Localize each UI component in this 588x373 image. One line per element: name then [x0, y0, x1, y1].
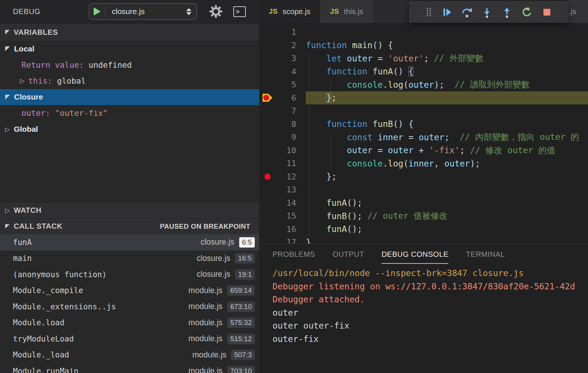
callstack-frame-row[interactable]: Module.loadmodule.js575:32 [0, 315, 259, 331]
toolbar-drag-handle[interactable] [421, 2, 437, 22]
callstack-section-header[interactable]: CALL STACK PAUSED ON BREAKPOINT [0, 218, 259, 235]
line-content[interactable]: console.log(outer); // 讀取到外部變數 [306, 78, 588, 91]
line-content[interactable]: funA(); [306, 223, 588, 236]
code-token: . [383, 159, 388, 168]
breakpoint-gutter[interactable] [259, 104, 275, 118]
breakpoint-gutter[interactable] [259, 144, 275, 157]
line-number: 10 [275, 146, 296, 155]
scope-row-local[interactable]: Local [0, 41, 259, 57]
line-content[interactable]: console.log(inner, outer); [306, 157, 588, 170]
step-over-button[interactable] [457, 2, 477, 22]
line-content[interactable]: funB(); // outer 值被修改 [306, 209, 588, 223]
variables-section-header[interactable]: VARIABLES [0, 23, 259, 41]
line-content[interactable] [306, 104, 588, 118]
callstack-frame-row[interactable]: funAclosure.js6:5 [0, 234, 259, 251]
variable-row[interactable]: ▷this: global [0, 73, 259, 89]
code-token [306, 159, 347, 168]
debug-console-output[interactable]: /usr/local/bin/node --inspect-brk=3847 c… [259, 264, 588, 346]
breakpoint-gutter[interactable] [259, 170, 275, 184]
tab-h-js[interactable]: h.js [567, 0, 588, 23]
callstack-frame-row[interactable]: Module._extensions..jsmodule.js673:10 [0, 299, 259, 315]
callstack-frame-row[interactable]: tryModuleLoadmodule.js515:12 [0, 331, 259, 347]
line-content[interactable]: const inner = outer; // 內部變數，指向 outer 的 [306, 131, 588, 144]
line-content[interactable]: function funA() { [306, 65, 588, 78]
breakpoint-gutter[interactable] [259, 236, 275, 243]
breakpoint-gutter[interactable] [259, 91, 275, 105]
watch-section-header[interactable]: ▷ WATCH [0, 202, 259, 218]
breakpoint-gutter[interactable] [259, 65, 275, 78]
tab-this-js[interactable]: JSthis.js [320, 0, 373, 23]
line-content[interactable]: function main() { [306, 39, 588, 52]
line-content[interactable]: let outer = 'outer'; // 外部變數 [306, 52, 588, 65]
breakpoint-gutter[interactable] [259, 196, 275, 210]
breakpoint-gutter[interactable] [259, 209, 275, 223]
tab-scope-js[interactable]: JSscope.js [259, 0, 320, 23]
start-debug-icon[interactable] [94, 7, 101, 16]
breakpoint-gutter[interactable] [259, 157, 275, 170]
callstack-frame-row[interactable]: Module.runMainmodule.js703:10 [0, 363, 259, 373]
breakpoint-gutter[interactable] [259, 39, 275, 52]
breakpoint-gutter[interactable] [259, 118, 275, 131]
panel-tab-debug-console[interactable]: DEBUG CONSOLE [381, 250, 448, 264]
line-content[interactable] [306, 183, 588, 196]
code-token [342, 54, 347, 63]
breakpoint-gutter[interactable] [259, 183, 275, 196]
frame-name: tryModuleLoad [13, 335, 188, 343]
open-debug-console-icon[interactable]: > [233, 6, 246, 17]
breakpoint-icon[interactable] [264, 174, 271, 180]
callstack-frame-row[interactable]: (anonymous function)closure.js19:1 [0, 266, 259, 283]
breakpoint-gutter[interactable] [259, 131, 275, 144]
breakpoint-gutter[interactable] [259, 26, 275, 39]
step-out-button[interactable] [497, 2, 517, 22]
breakpoint-gutter[interactable] [259, 52, 275, 65]
code-token: // 內部變數，指向 outer 的 [460, 131, 579, 143]
stop-button[interactable] [537, 2, 557, 22]
panel-tab-problems[interactable]: PROBLEMS [273, 250, 315, 264]
restart-icon [521, 6, 533, 18]
frame-name: Module.runMain [13, 367, 188, 373]
vscode-debug-window: DEBUG closure.js > [0, 0, 588, 373]
code-editor[interactable]: 12function main() {3 let outer = 'outer'… [259, 23, 588, 243]
continue-icon [441, 7, 452, 18]
line-content[interactable]: }; [306, 91, 588, 105]
debug-controls-toolbar[interactable] [409, 1, 568, 23]
line-content[interactable]: funA(); [306, 196, 588, 210]
line-content[interactable] [306, 26, 588, 39]
code-token: outer [388, 145, 414, 155]
frame-position-badge: 515:12 [227, 334, 255, 344]
configure-launch-button[interactable] [208, 4, 223, 19]
scope-row-closure[interactable]: Closure [0, 89, 259, 105]
code-line: 5 console.log(outer); // 讀取到外部變數 [259, 78, 588, 91]
variable-row[interactable]: Return value: undefined [0, 57, 259, 73]
variable-name: outer: [21, 108, 55, 118]
code-token: ); [434, 80, 454, 90]
panel-tab-output[interactable]: OUTPUT [333, 250, 364, 264]
breakpoint-gutter[interactable] [259, 78, 275, 91]
step-into-button[interactable] [477, 2, 497, 22]
restart-button[interactable] [517, 2, 537, 22]
code-token [306, 224, 326, 234]
panel-tab-terminal[interactable]: TERMINAL [466, 250, 505, 264]
variable-row[interactable]: outer: "outer-fix" [0, 105, 259, 121]
code-token: = [403, 132, 419, 142]
line-content[interactable]: outer = outer + '-fix'; // 修改 outer 的值 [306, 144, 588, 157]
frame-name: (anonymous function) [13, 270, 197, 279]
line-content[interactable]: }; [306, 170, 588, 184]
continue-button[interactable] [437, 2, 457, 22]
code-token: ); [470, 159, 480, 168]
line-content[interactable]: } [306, 236, 588, 243]
breakpoint-gutter[interactable] [259, 223, 275, 236]
select-stepper-icon[interactable] [186, 8, 191, 15]
launch-config-select[interactable]: closure.js [89, 3, 197, 20]
console-line: /usr/local/bin/node --inspect-brk=3847 c… [273, 267, 588, 280]
frame-position-badge: 673:10 [227, 302, 255, 312]
callstack-frame-row[interactable]: Module._loadmodule.js507:3 [0, 347, 259, 363]
code-token [347, 40, 352, 50]
callstack-frame-row[interactable]: mainclosure.js16:5 [0, 251, 259, 267]
variable-value: global [57, 76, 86, 85]
scope-row-global[interactable]: ▷Global [0, 121, 259, 138]
callstack-frame-row[interactable]: Module._compilemodule.js659:14 [0, 283, 259, 299]
current-breakpoint-icon[interactable] [263, 94, 273, 102]
frame-name: Module._extensions..js [13, 302, 188, 311]
line-content[interactable]: function funB() { [306, 118, 588, 131]
